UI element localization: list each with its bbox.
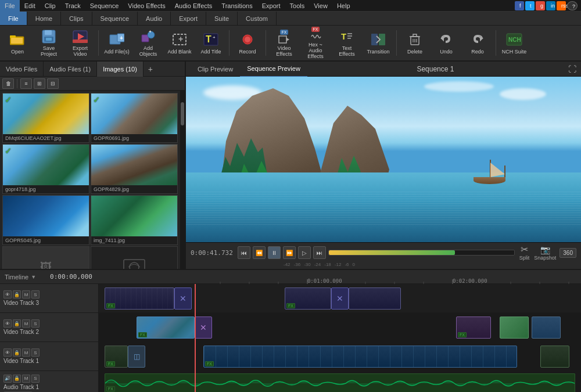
media-tab-add[interactable]: +	[144, 64, 157, 74]
track-content-v1[interactable]: FX ◫ FX	[99, 342, 581, 371]
media-item[interactable]: GOPR4829.jpg	[91, 144, 178, 194]
menu-transitions[interactable]: Transitions	[217, 0, 257, 12]
video-clip[interactable]	[349, 287, 401, 310]
transition-clip[interactable]: ✕	[331, 287, 349, 310]
add-blank-button[interactable]: + Add Blank	[164, 27, 195, 59]
redo-button[interactable]: Redo	[462, 27, 493, 59]
video-clip[interactable]	[500, 317, 529, 339]
clip-preview-tab[interactable]: Clip Preview	[191, 62, 240, 77]
track-mute-btn[interactable]: M	[22, 348, 30, 357]
step-back-button[interactable]: ⏪	[253, 246, 266, 259]
track-solo-btn[interactable]: S	[31, 375, 40, 383]
tab-clips[interactable]: Clips	[61, 12, 92, 25]
video-clip[interactable]: FX	[105, 346, 128, 368]
track-content-v2[interactable]: FX ✕ FX	[99, 313, 581, 341]
transition-clip[interactable]: ✕	[174, 287, 192, 310]
media-item[interactable]: ✓ GOPR0691.jpg	[91, 93, 178, 143]
media-item[interactable]: 🖼	[2, 246, 89, 269]
social-gp[interactable]: g	[536, 1, 545, 10]
media-delete-tool[interactable]: 🗑	[2, 78, 14, 89]
social-tw[interactable]: t	[525, 1, 535, 10]
media-scrollbar[interactable]	[180, 91, 185, 269]
play-pause-button[interactable]: ⏸	[268, 246, 281, 259]
tab-audio[interactable]: Audio	[138, 12, 171, 25]
video-clip[interactable]	[540, 346, 569, 368]
transition-button[interactable]: Transition	[363, 27, 393, 59]
track-mute-btn[interactable]: M	[22, 290, 30, 299]
track-solo-btn[interactable]: S	[31, 290, 40, 299]
media-tab-video[interactable]: Video Files	[0, 62, 44, 77]
preview-maximize-icon[interactable]: ⛶	[564, 64, 581, 74]
track-mute-btn[interactable]: M	[22, 319, 30, 328]
video-clip[interactable]: FX	[285, 287, 331, 310]
track-solo-btn[interactable]: S	[31, 319, 40, 328]
track-solo-btn[interactable]: S	[31, 348, 40, 357]
video-clip[interactable]: FX	[456, 317, 491, 339]
add-title-button[interactable]: T+ Add Title	[196, 27, 226, 59]
menu-edit[interactable]: Edit	[20, 0, 40, 12]
media-tab-images[interactable]: Images (10)	[97, 62, 144, 77]
track-eye-btn[interactable]: 👁	[3, 290, 12, 299]
menu-audio-effects[interactable]: Audio Effects	[170, 0, 217, 12]
tab-custom[interactable]: Custom	[238, 12, 277, 25]
track-content-v3[interactable]: FX ✕ FX ✕	[99, 284, 581, 312]
record-button[interactable]: Record	[232, 27, 263, 59]
sequence-preview-tab[interactable]: Sequence Preview	[240, 61, 307, 77]
timeline-label[interactable]: Timeline ▼	[0, 274, 41, 280]
video-clip[interactable]: FX	[105, 287, 174, 310]
menu-help[interactable]: Help	[332, 0, 355, 12]
social-fb[interactable]: f	[515, 1, 524, 10]
media-tab-audio[interactable]: Audio Files (1)	[44, 62, 97, 77]
track-content-audio1[interactable]: FX	[99, 371, 581, 392]
track-lock-btn[interactable]: 🔒	[13, 375, 21, 383]
track-lock-btn[interactable]: 🔒	[13, 290, 21, 299]
snapshot-button[interactable]: 📷 Snapshot	[534, 245, 556, 261]
media-view-detail[interactable]: ⊞	[34, 78, 45, 89]
progress-bar[interactable]	[328, 250, 515, 256]
step-forward-button[interactable]: ⏩	[283, 246, 296, 259]
media-item[interactable]: ✓ DMqt6CiUEAAO2ET.jpg	[2, 93, 89, 143]
suite-button[interactable]: NCH NCH Suite	[499, 27, 529, 59]
video-clip[interactable]	[532, 317, 561, 339]
menu-view[interactable]: View	[309, 0, 332, 12]
menu-export[interactable]: Export	[257, 0, 285, 12]
transition-clip[interactable]: ◫	[128, 346, 145, 368]
audio-effects-button[interactable]: FX Hex ~ Audio Effects	[300, 27, 331, 59]
add-objects-button[interactable]: + Add Objects	[133, 27, 163, 59]
media-view-list[interactable]: ≡	[20, 78, 32, 89]
menu-video-effects[interactable]: Video Effects	[123, 0, 170, 12]
tab-export[interactable]: Export	[171, 12, 206, 25]
tab-file[interactable]: File	[0, 12, 27, 25]
menu-sequence[interactable]: Sequence	[85, 0, 124, 12]
media-item[interactable]: ✓ gopr4718.jpg	[2, 144, 89, 194]
text-effects-button[interactable]: T Text Effects	[332, 27, 362, 59]
track-lock-btn[interactable]: 🔒	[13, 348, 21, 357]
tab-suite[interactable]: Suite	[206, 12, 238, 25]
track-eye-btn[interactable]: 👁	[3, 348, 12, 357]
tab-home[interactable]: Home	[27, 12, 61, 25]
media-view-grid[interactable]: ⊟	[47, 78, 59, 89]
undo-button[interactable]: Undo	[431, 27, 461, 59]
track-eye-btn[interactable]: 👁	[3, 319, 12, 328]
track-mute-btn[interactable]: M	[22, 375, 30, 383]
video-effects-button[interactable]: FX Video Effects	[269, 27, 299, 59]
menu-file[interactable]: File	[0, 0, 20, 12]
skip-frame-button[interactable]: ▷	[298, 246, 311, 259]
threesixty-button[interactable]: 360	[560, 248, 576, 258]
export-video-button[interactable]: Export Video	[65, 27, 95, 59]
video-clip[interactable]: FX	[137, 317, 195, 339]
menu-track[interactable]: Track	[60, 0, 85, 12]
tab-sequence[interactable]: Sequence	[92, 12, 138, 25]
media-item[interactable]	[91, 246, 178, 269]
forward-end-button[interactable]: ⏭	[313, 246, 326, 259]
social-rss[interactable]: rss	[557, 1, 566, 10]
media-item[interactable]: GOPR5045.jpg	[2, 195, 89, 245]
social-li[interactable]: in	[546, 1, 555, 10]
menu-tools[interactable]: Tools	[285, 0, 310, 12]
delete-button[interactable]: Delete	[400, 27, 430, 59]
rewind-start-button[interactable]: ⏮	[238, 246, 250, 259]
open-button[interactable]: Open	[2, 27, 33, 59]
menu-clip[interactable]: Clip	[40, 0, 60, 12]
video-clip[interactable]: FX	[203, 346, 517, 368]
media-scroll-thumb[interactable]	[181, 102, 184, 125]
